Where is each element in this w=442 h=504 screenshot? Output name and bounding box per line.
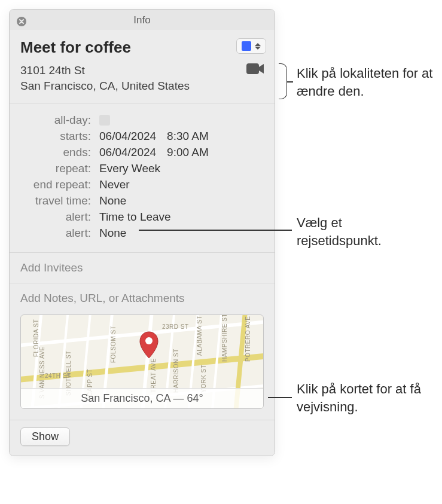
calendar-color-swatch xyxy=(242,41,251,51)
callout-bracket-location xyxy=(279,63,287,99)
notes-placeholder[interactable]: Add Notes, URL, or Attachments xyxy=(20,292,264,305)
window-title: Info xyxy=(10,10,275,30)
location-line1: 3101 24th St xyxy=(20,63,264,78)
close-button[interactable] xyxy=(16,16,28,28)
callout-line-map xyxy=(268,397,292,398)
end-repeat-value[interactable]: Never xyxy=(99,178,130,191)
map-thumbnail[interactable]: 23RD ST 24TH ST FLORIDA ST S VAN NESS AV… xyxy=(20,314,264,409)
street-alabama: ALABAMA ST xyxy=(196,316,203,356)
event-info-popover: Info Meet for coffee 3101 24th St San Fr… xyxy=(9,9,275,456)
show-button[interactable]: Show xyxy=(20,427,70,446)
callout-line-travel xyxy=(139,230,292,231)
map-summary: San Francisco, CA — 64° xyxy=(21,388,263,408)
callout-travel: Vælg et rejsetidspunkt. xyxy=(297,214,428,249)
svg-point-14 xyxy=(145,337,153,344)
map-pin-icon xyxy=(138,331,160,364)
event-title[interactable]: Meet for coffee xyxy=(20,38,264,57)
alert2-label: alert: xyxy=(20,227,91,240)
callout-location: Klik på lokaliteten for at ændre den. xyxy=(297,65,434,100)
starts-label: starts: xyxy=(20,130,91,143)
travel-time-value[interactable]: None xyxy=(99,194,126,207)
add-invitees[interactable]: Add Invitees xyxy=(10,253,275,283)
alert2-value[interactable]: None xyxy=(99,227,126,240)
starts-date[interactable]: 06/04/2024 xyxy=(99,130,156,143)
location-line2: San Francisco, CA, United States xyxy=(20,78,264,94)
ends-date[interactable]: 06/04/2024 xyxy=(99,146,156,159)
alert1-label: alert: xyxy=(20,210,91,224)
event-details: all-day: starts: 06/04/2024 8:30 AM ends… xyxy=(10,103,275,253)
street-folsom: FOLSOM ST xyxy=(110,326,117,363)
video-call-button[interactable] xyxy=(246,62,265,78)
alert1-value[interactable]: Time to Leave xyxy=(99,210,171,224)
street-harrison: HARRISON ST xyxy=(173,349,179,393)
street-potrero: POTRERO AVE xyxy=(245,316,251,362)
event-header: Meet for coffee 3101 24th St San Francis… xyxy=(10,30,275,103)
callout-map: Klik på kortet for at få vejvisning. xyxy=(297,380,434,416)
starts-time[interactable]: 8:30 AM xyxy=(167,130,209,143)
chevron-down-icon xyxy=(255,47,261,50)
repeat-label: repeat: xyxy=(20,162,91,175)
travel-time-label: travel time: xyxy=(20,194,91,207)
ends-time[interactable]: 9:00 AM xyxy=(167,146,209,159)
popover-footer: Show xyxy=(10,420,275,456)
svg-rect-1 xyxy=(246,63,259,74)
street-hampshire: HAMPSHIRE ST xyxy=(221,314,228,362)
calendar-picker[interactable] xyxy=(236,38,266,54)
callout-line-location xyxy=(287,81,293,83)
chevron-up-icon xyxy=(255,43,261,46)
repeat-value[interactable]: Every Week xyxy=(99,162,160,175)
street-23rd: 23RD ST xyxy=(162,323,189,330)
ends-label: ends: xyxy=(20,146,91,159)
end-repeat-label: end repeat: xyxy=(20,178,91,191)
allday-label: all-day: xyxy=(20,114,91,127)
notes-section: Add Notes, URL, or Attachments 23RD ST 2… xyxy=(10,283,275,420)
allday-checkbox[interactable] xyxy=(99,115,110,126)
event-location[interactable]: 3101 24th St San Francisco, CA, United S… xyxy=(20,63,264,93)
